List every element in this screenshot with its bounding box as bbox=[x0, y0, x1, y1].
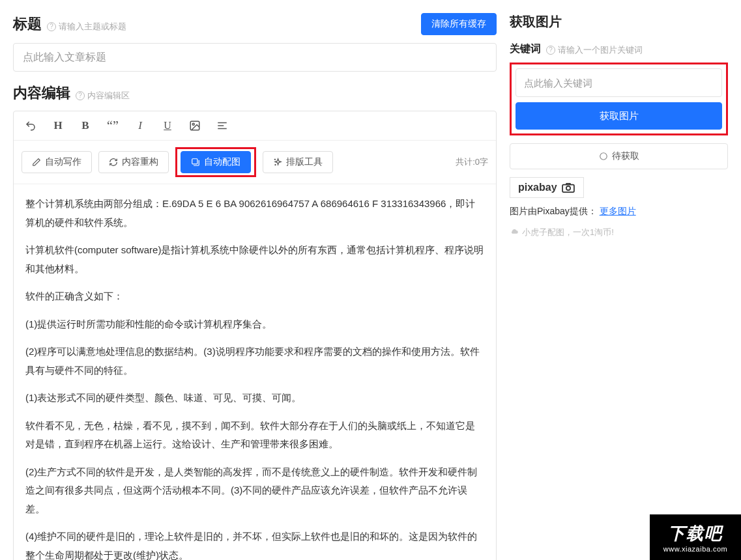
pixabay-badge: pixabay bbox=[510, 177, 584, 198]
more-images-link[interactable]: 更多图片 bbox=[600, 206, 636, 216]
camera-icon bbox=[561, 182, 575, 193]
editor-section-label: 内容编辑 bbox=[13, 83, 70, 103]
spinner-icon bbox=[599, 152, 608, 161]
heading-button[interactable]: H bbox=[49, 117, 67, 135]
quote-button[interactable]: “” bbox=[104, 117, 122, 135]
word-count: 共计:0字 bbox=[456, 156, 488, 168]
bold-button[interactable]: B bbox=[76, 117, 94, 135]
underline-button[interactable]: U bbox=[158, 117, 177, 135]
restructure-label: 内容重构 bbox=[122, 156, 158, 168]
restructure-button[interactable]: 内容重构 bbox=[98, 151, 169, 173]
align-left-icon[interactable] bbox=[213, 117, 231, 135]
paragraph: (2)生产方式不同的软件是开发，是人类智能的高发挥，而不是传统意义上的硬件制造。… bbox=[25, 463, 484, 519]
editor-hint: ? 内容编辑区 bbox=[76, 90, 130, 102]
paragraph: 软件的正确含义如下： bbox=[25, 287, 484, 306]
image-icon[interactable] bbox=[186, 117, 204, 135]
sidebar-title: 获取图片 bbox=[510, 13, 728, 31]
info-icon: ? bbox=[47, 22, 56, 31]
info-icon: ? bbox=[76, 91, 85, 100]
keyword-input[interactable] bbox=[516, 68, 722, 97]
editor-hint-text: 内容编辑区 bbox=[87, 90, 130, 102]
svg-point-8 bbox=[566, 186, 570, 190]
auto-image-highlight: 自动配图 bbox=[175, 147, 256, 177]
clear-cache-button[interactable]: 清除所有缓存 bbox=[421, 13, 497, 35]
paragraph: 软件看不见，无色，枯燥，看不见，摸不到，闻不到。软件大部分存在于人们的头脑或纸上… bbox=[25, 417, 484, 454]
pending-label: 待获取 bbox=[612, 150, 639, 162]
paragraph: (1)表达形式不同的硬件类型、颜色、味道、可见、可摸、可闻。 bbox=[25, 389, 484, 408]
sidebar-column: 获取图片 关键词 ? 请输入一个图片关键词 获取图片 待获取 pixabay 图… bbox=[510, 13, 728, 560]
keyword-hint: ? 请输入一个图片关键词 bbox=[546, 44, 643, 56]
watermark-url: www.xiazaiba.com bbox=[663, 545, 727, 553]
title-hint-text: 请输入主题或标题 bbox=[59, 21, 126, 33]
attribution-prefix: 图片由Pixabay提供： bbox=[510, 206, 597, 216]
svg-point-1 bbox=[192, 123, 194, 125]
attribution-text: 图片由Pixabay提供： 更多图片 bbox=[510, 206, 728, 217]
auto-write-button[interactable]: 自动写作 bbox=[22, 151, 92, 173]
fetch-image-button[interactable]: 获取图片 bbox=[516, 102, 722, 130]
title-hint: ? 请输入主题或标题 bbox=[47, 21, 126, 33]
editor-box: H B “” I U 自动写作 内容重构 bbox=[13, 111, 497, 560]
watermark-title: 下载吧 bbox=[668, 522, 723, 545]
magic-icon bbox=[273, 158, 282, 167]
paragraph: 计算机软件(computer software)是指计算机系统中除硬件以外的所有… bbox=[25, 241, 484, 278]
svg-point-6 bbox=[600, 153, 607, 160]
watermark: 下载吧 www.xiazaiba.com bbox=[650, 514, 741, 560]
auto-image-button[interactable]: 自动配图 bbox=[181, 151, 251, 173]
pending-status: 待获取 bbox=[510, 143, 728, 169]
pencil-icon bbox=[32, 158, 41, 167]
footer-note-text: 小虎子配图，一次1淘币! bbox=[522, 227, 614, 238]
title-header-row: 标题 ? 请输入主题或标题 清除所有缓存 bbox=[13, 13, 497, 35]
editor-header-row: 内容编辑 ? 内容编辑区 bbox=[13, 83, 497, 103]
refresh-icon bbox=[109, 158, 118, 167]
keyword-hint-text: 请输入一个图片关键词 bbox=[558, 44, 643, 56]
layers-icon bbox=[191, 158, 200, 167]
undo-icon[interactable] bbox=[22, 117, 40, 135]
keyword-label: 关键词 bbox=[510, 42, 541, 56]
info-icon: ? bbox=[546, 46, 555, 55]
auto-image-label: 自动配图 bbox=[204, 156, 240, 168]
formatting-toolbar: H B “” I U bbox=[14, 111, 496, 141]
auto-write-label: 自动写作 bbox=[45, 156, 81, 168]
cloud-icon bbox=[510, 228, 519, 237]
pixabay-text: pixabay bbox=[518, 182, 557, 193]
sidebar-footer-note: 小虎子配图，一次1淘币! bbox=[510, 227, 728, 238]
paragraph: 整个计算机系统由两部分组成：E.69DA 5 E 6 BA 9062616964… bbox=[25, 195, 484, 232]
keyword-highlight-box: 获取图片 bbox=[510, 63, 728, 135]
article-title-input[interactable] bbox=[13, 43, 497, 72]
italic-button[interactable]: I bbox=[131, 117, 149, 135]
layout-tool-button[interactable]: 排版工具 bbox=[263, 151, 333, 173]
paragraph: (1)提供运行时所需功能和性能的命令或计算机程序集合。 bbox=[25, 315, 484, 334]
keyword-header: 关键词 ? 请输入一个图片关键词 bbox=[510, 42, 728, 56]
editor-content[interactable]: 整个计算机系统由两部分组成：E.69DA 5 E 6 BA 9062616964… bbox=[14, 184, 496, 560]
layout-tool-label: 排版工具 bbox=[286, 156, 323, 168]
main-column: 标题 ? 请输入主题或标题 清除所有缓存 内容编辑 ? 内容编辑区 bbox=[13, 13, 497, 560]
paragraph: (4)维护不同的硬件是旧的，理论上软件是旧的，并不坏，但实际上软件也是旧的和坏的… bbox=[25, 527, 484, 560]
title-section-label: 标题 bbox=[13, 14, 42, 34]
action-toolbar: 自动写作 内容重构 自动配图 排版工具 共计:0字 bbox=[14, 141, 496, 184]
paragraph: (2)程序可以满意地处理信息的数据结构。(3)说明程序功能要求和程序需要的文档的… bbox=[25, 343, 484, 380]
svg-rect-5 bbox=[192, 159, 197, 164]
